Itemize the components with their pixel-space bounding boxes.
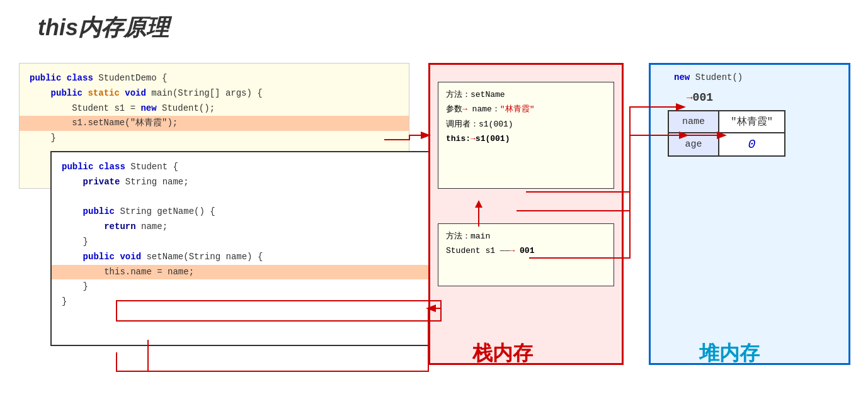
student-line-1: public class Student {: [62, 160, 430, 175]
code-line-1: public class StudentDemo {: [30, 71, 399, 86]
student-line-7: public void setName(String name) {: [62, 250, 430, 265]
title-rest: 内存原理: [78, 14, 169, 40]
main-s1: Student s1 ——→ 001: [446, 244, 606, 258]
heap-memory-box: [649, 63, 850, 365]
heap-memory-label: 堆内存: [699, 340, 760, 367]
student-line-3: [62, 190, 430, 205]
title-this: this: [38, 14, 78, 40]
heap-object-table: name "林青霞" age 0: [668, 110, 785, 157]
code-line-2: public static void main(String[] args) {: [30, 86, 399, 101]
setname-this: this:→s1(001): [446, 132, 606, 146]
heap-object-address: →001: [687, 91, 713, 104]
code-line-4: s1.setName("林青霞");: [20, 116, 409, 131]
code-line-3: Student s1 = new Student();: [30, 101, 399, 116]
setname-method: 方法：setName: [446, 87, 606, 102]
heap-age-field: age: [668, 133, 719, 156]
student-line-2: private String name;: [62, 175, 430, 190]
frame-main: 方法：main Student s1 ——→ 001: [438, 223, 614, 286]
student-line-4: public String getName() {: [62, 204, 430, 220]
student-line-5: return name;: [62, 220, 430, 235]
heap-name-value: "林青霞": [719, 111, 785, 133]
student-line-6: }: [62, 235, 430, 250]
code-line-5: }: [30, 131, 399, 146]
student-line-9: }: [62, 279, 430, 294]
heap-object-title: new Student(): [674, 72, 743, 82]
setname-param: 参数→ name："林青霞": [446, 102, 606, 116]
code-box-student: public class Student { private String na…: [50, 151, 441, 346]
heap-name-field: name: [668, 111, 719, 133]
student-line-10: }: [62, 294, 430, 310]
stack-memory-label: 栈内存: [472, 340, 533, 367]
student-line-8: this.name = name;: [52, 265, 440, 280]
frame-setname: 方法：setName 参数→ name："林青霞" 调用者：s1(001) th…: [438, 82, 614, 189]
setname-caller: 调用者：s1(001): [446, 117, 606, 132]
main-method: 方法：main: [446, 229, 606, 244]
heap-age-value: 0: [719, 133, 785, 156]
page-title: this内存原理: [38, 13, 169, 43]
